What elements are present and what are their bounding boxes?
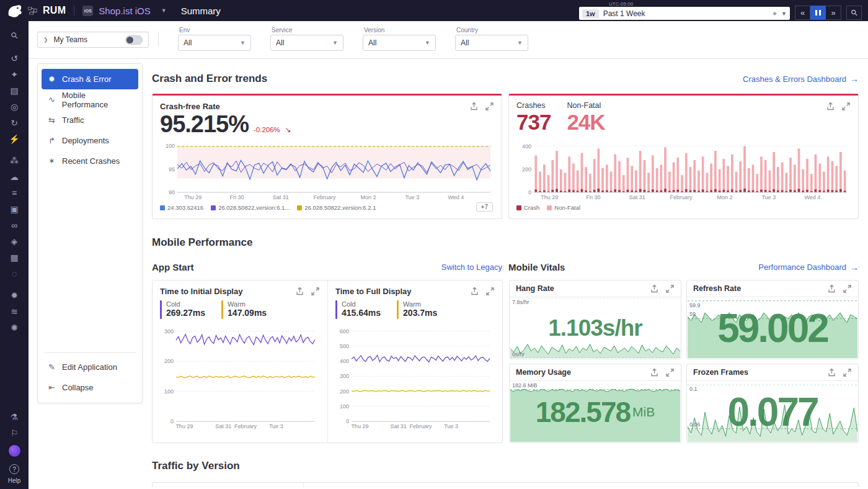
service-map-icon[interactable]: ⁂ <box>6 153 22 168</box>
software-delivery-icon[interactable]: ◌ <box>6 266 22 281</box>
page-title: Summary <box>181 6 221 16</box>
hang-rate-chart[interactable]: 7.8s/hr0s/hr <box>510 298 680 358</box>
profiling-icon[interactable]: ≋ <box>6 304 22 319</box>
svg-text:0.06: 0.06 <box>689 421 701 428</box>
dashboards-icon[interactable]: ▣ <box>6 202 22 217</box>
help-button[interactable]: ? Help <box>8 464 21 484</box>
synthetics-icon[interactable]: ↻ <box>6 115 22 130</box>
time-to-initial-display-chart[interactable]: 3002001000Thu 29Sat 31FebruaryTue 3 <box>160 323 320 429</box>
expand-icon[interactable] <box>485 287 495 296</box>
logs-icon[interactable]: ≡ <box>6 186 22 200</box>
refresh-rate-chart[interactable]: 59.959 <box>688 298 857 358</box>
time-range-chip[interactable]: 1w <box>582 9 599 18</box>
sidebar-item-recent-crashes[interactable]: ✶ Recent Crashes <box>42 151 138 171</box>
sidebar-item-deployments[interactable]: ↱ Deployments <box>42 130 138 151</box>
chevron-down-icon[interactable]: ▼ <box>161 7 167 14</box>
collapse-button[interactable]: ⇤ Collapse <box>42 377 138 398</box>
memory-usage-chart[interactable]: 182.6 MiB <box>510 382 680 442</box>
export-icon[interactable] <box>827 368 836 377</box>
security-icon[interactable]: ◈ <box>6 234 22 249</box>
mobile-vitals-title: Mobile Vitals <box>508 262 565 272</box>
panel-title: Time to Initial Display <box>160 287 242 296</box>
version-filter-select[interactable]: All ▼ <box>363 35 436 51</box>
product-name[interactable]: RUM <box>43 5 66 16</box>
infrastructure-icon[interactable]: ▦ <box>6 250 22 265</box>
expand-icon[interactable] <box>665 368 675 377</box>
my-teams-toggle[interactable] <box>125 35 143 45</box>
pin-icon[interactable]: ⌖ <box>773 9 777 18</box>
expand-icon[interactable] <box>485 102 494 111</box>
export-icon[interactable] <box>650 284 659 294</box>
legend-more-chip[interactable]: +7 <box>476 202 493 212</box>
env-filter-value: All <box>184 38 192 47</box>
sidebar-item-mobile-performance[interactable]: ∿ Mobile Performance <box>42 89 138 110</box>
user-avatar[interactable] <box>9 445 20 457</box>
expand-icon[interactable] <box>311 287 320 296</box>
crashes-errors-dashboard-link[interactable]: Crashes & Errors Dashboard → <box>743 74 859 84</box>
svg-text:100: 100 <box>164 388 174 395</box>
expand-icon[interactable] <box>841 102 851 111</box>
frozen-frames-chart[interactable]: 0.10.06 <box>688 382 857 442</box>
metrics-icon[interactable]: ▤ <box>6 83 22 98</box>
time-to-full-display-chart[interactable]: 6005004003002001000Thu 29Sat 31FebruaryT… <box>335 323 495 429</box>
svg-text:200: 200 <box>164 358 174 364</box>
crashes-chart[interactable]: 4002000Thu 29Fri 30Sat 31FebruaryMon 2Tu… <box>516 141 851 200</box>
arrow-right-icon: → <box>850 262 859 272</box>
sidebar-item-crash-error[interactable]: ✹ Crash & Error <box>42 69 138 89</box>
sidebar-item-traffic[interactable]: ⇆ Traffic <box>42 110 138 130</box>
switch-to-legacy-link[interactable]: Switch to Legacy <box>441 262 502 272</box>
expand-icon[interactable] <box>843 284 852 294</box>
notifications-icon[interactable]: ⚐ <box>6 426 22 441</box>
performance-dashboard-link[interactable]: Performance Dashboard → <box>758 262 859 272</box>
svg-text:Thu 29: Thu 29 <box>351 423 368 429</box>
export-icon[interactable] <box>827 284 836 294</box>
chevron-right-icon[interactable]: ❯ <box>43 37 48 43</box>
zoom-icon[interactable]: ⚲ <box>846 6 862 20</box>
chevron-down-icon[interactable]: ▼ <box>781 11 787 17</box>
country-filter-select[interactable]: All ▼ <box>455 35 528 51</box>
chevron-down-icon: ▼ <box>425 40 430 46</box>
ci-icon[interactable]: ☁ <box>6 169 22 184</box>
legend-item[interactable]: 24.303.62416 <box>160 204 203 211</box>
trend-down-icon: ↘ <box>285 125 291 134</box>
env-filter-select[interactable]: All ▼ <box>178 35 251 51</box>
service-filter-select[interactable]: All ▼ <box>270 35 343 51</box>
my-teams-control[interactable]: ❯ My Teams <box>37 32 149 48</box>
recent-history-icon[interactable]: ↺ <box>6 51 22 66</box>
apm-icon[interactable]: ⚡ <box>6 132 22 146</box>
svg-text:Thu 29: Thu 29 <box>184 194 202 200</box>
skip-back-button[interactable]: « <box>795 6 810 20</box>
integrations-icon[interactable]: ∞ <box>6 218 22 233</box>
app-selector[interactable]: Shop.ist iOS <box>99 6 150 16</box>
monitors-icon[interactable]: ◎ <box>6 99 22 114</box>
search-icon[interactable]: ⚲ <box>6 28 22 43</box>
expand-icon[interactable] <box>843 368 852 377</box>
version-filter-value: All <box>368 38 376 47</box>
legend-item[interactable]: 26.028.50822,version:6.2.1 <box>297 204 376 211</box>
labs-icon[interactable]: ⚗ <box>6 410 22 424</box>
export-icon[interactable] <box>650 368 659 377</box>
svg-text:Tue 3: Tue 3 <box>405 194 419 200</box>
export-icon[interactable] <box>295 287 304 296</box>
chart-legend: Crash Non-Fatal <box>516 204 851 211</box>
time-range-picker[interactable]: 1w Past 1 Week ⌖ ▼ <box>579 7 790 20</box>
svg-text:Fri 30: Fri 30 <box>229 194 244 200</box>
skip-forward-button[interactable]: » <box>826 6 841 20</box>
export-icon[interactable] <box>470 287 479 296</box>
error-tracking-icon[interactable]: ✹ <box>6 288 22 303</box>
edit-application-button[interactable]: ✎ Edit Application <box>42 357 138 377</box>
pause-button[interactable] <box>810 6 826 20</box>
legend-item[interactable]: 26.028.50822,version:6.1... <box>211 204 290 211</box>
export-icon[interactable] <box>469 102 479 111</box>
sidebar-item-label: Traffic <box>62 115 84 125</box>
watchdog-icon[interactable]: ✦ <box>6 67 22 82</box>
expand-icon[interactable] <box>665 284 675 294</box>
export-icon[interactable] <box>826 102 835 111</box>
sidebar-item-label: Collapse <box>62 383 94 392</box>
timezone-label: UTC-05:00 <box>579 1 790 7</box>
legend-item[interactable]: Non-Fatal <box>547 204 580 211</box>
legend-item[interactable]: Crash <box>516 204 539 211</box>
settings-icon[interactable]: ✺ <box>6 320 22 335</box>
crash-free-rate-chart[interactable]: 1009590Thu 29Fri 30Sat 31FebruaryMon 2Tu… <box>160 141 494 200</box>
datadog-logo[interactable] <box>6 3 22 18</box>
